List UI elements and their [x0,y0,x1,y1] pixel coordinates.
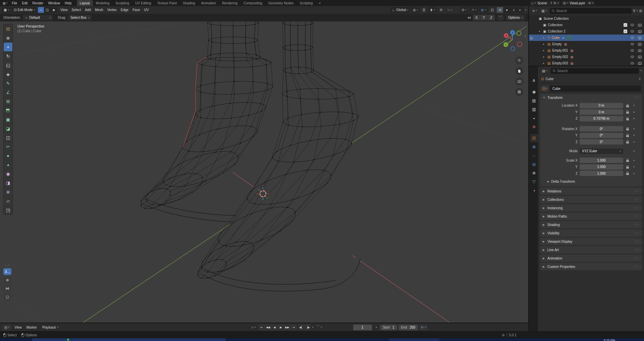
y-neg-ball[interactable] [517,31,521,36]
rotation-mode-dropdown[interactable]: XYZ Euler▾ [580,149,623,154]
transport-button[interactable]: ◀◀ [265,324,271,330]
mirror-axis-button[interactable]: Z [488,15,495,20]
mirror-axis-button[interactable]: Y [480,15,488,20]
new-scene-icon[interactable]: ⊞ [553,1,556,5]
properties-tab[interactable]: ⊕ [530,123,538,131]
toolbar-tool-button[interactable]: ▣ [4,115,12,124]
topbar-menu[interactable]: Help [62,0,74,6]
workspace-tab[interactable]: + [316,0,324,6]
disable-in-renders-toggle[interactable] [638,37,642,39]
disable-in-renders-toggle[interactable] [638,30,642,33]
x-neg-ball[interactable] [517,42,522,47]
topbar-menu[interactable]: Render [30,0,46,6]
topbar-menu[interactable]: File [9,0,19,6]
new-collection-icon[interactable]: ⊞ [639,9,642,13]
hide-in-viewport-toggle[interactable] [631,62,634,64]
animate-dot[interactable]: • [632,127,636,131]
header-menu[interactable]: Face [130,6,142,14]
transport-dropdown[interactable]: ▾ [312,326,314,329]
outliner-row[interactable]: ▸ ▤ Empty.003 ▨ [529,60,644,66]
workspace-tab[interactable]: Animation [198,0,219,6]
filter-icon[interactable]: ∇ [633,9,635,13]
value-slider[interactable]: 0° [580,126,623,131]
header-menu[interactable]: Vertex [105,6,118,14]
app-menu-button[interactable]: ◍▾ [0,0,9,6]
value-slider[interactable]: 0° [580,133,623,138]
animate-dot[interactable]: • [632,110,636,114]
outliner-row[interactable]: ◱ ▸ ▽ Cube ⊛ ▽ [529,35,644,41]
properties-tab[interactable]: ⊛ [530,143,538,151]
workspace-tab[interactable]: Texture Paint [154,0,180,6]
animate-dot[interactable]: • [632,104,636,107]
overlays-dropdown[interactable]: ◎▾ [479,7,488,13]
value-slider[interactable]: 1.000 [580,171,623,176]
outliner-row[interactable]: ▸ ▤ Empty.001 ▨ [529,47,644,54]
rendered-shading-button[interactable]: ◐ [517,7,524,13]
properties-panel-collapsed[interactable]: ▶ Viewport Display ∷∷ [540,238,642,245]
panel-drag-dots[interactable]: ∷∷ [635,257,639,260]
material-preview-button[interactable]: ◑ [510,7,517,13]
gizmos-dropdown[interactable]: ↗▾ [470,7,478,13]
expander-icon[interactable]: ▸ [543,62,546,65]
tool-options-dropdown[interactable]: Options ▾ [506,15,525,20]
properties-tab[interactable]: ▤ [530,97,538,105]
panel-drag-dots[interactable]: ∷∷ [635,215,639,218]
properties-tab[interactable]: ◑ [530,186,538,194]
sidebar-collapse-arrow[interactable]: ‹ [525,34,526,38]
outliner-display-mode-button[interactable]: ▥▾ [540,8,548,14]
frame-start-field[interactable]: Start 1 [380,325,397,330]
value-slider[interactable]: 1.000 [580,158,623,163]
properties-tab[interactable]: ⊡ [530,134,538,142]
header-menu[interactable]: View [58,6,70,14]
proportional-editing-toggle[interactable]: ⊙ [438,7,444,13]
expander-icon[interactable]: ▸ [543,49,546,52]
keying-set-button[interactable]: ↻▾ [419,325,428,330]
disable-in-renders-toggle[interactable] [638,62,642,65]
toolbar-tool-button[interactable]: ◕ [4,160,12,169]
animate-dot[interactable]: • [632,165,636,169]
delete-scene-icon[interactable]: × [557,1,559,5]
select-mode-button[interactable]: ▫ [38,7,44,13]
value-slider[interactable]: 0° [580,139,623,145]
transport-button[interactable]: ⇤ [259,324,265,330]
toolbar-tool-button[interactable]: ⊕ [4,34,12,42]
panel-drag-dots[interactable]: ∷∷ [635,96,639,99]
lock-icon[interactable] [626,141,629,144]
lock-icon[interactable] [626,128,629,130]
scene-selector[interactable]: △▾ Scene ↧ ⊞ × [530,1,560,5]
playback-sync-button[interactable]: ⌒▾ [315,325,324,330]
value-slider[interactable]: 0.73796 m [580,116,623,121]
workspace-tab[interactable]: Rendering [219,0,240,6]
workspace-tab[interactable]: UV Editing [132,0,154,6]
properties-panel-collapsed[interactable]: ▶ Line Art ∷∷ [540,246,642,253]
pin-icon[interactable]: ↧ [638,77,641,81]
toolbar-tool-button[interactable]: ⊡ [4,24,12,33]
xray-toggle[interactable]: ◰ [489,7,495,13]
toolbar-extra-button[interactable]: ◻ [3,293,11,300]
header-menu[interactable]: Marker [24,326,39,329]
properties-panel-collapsed[interactable]: ▶ Visibility ∷∷ [540,229,642,237]
viewlayer-selector[interactable]: ▥▾ ViewLayer ⊞ × [561,1,595,5]
snap-toggle[interactable]: Ω [421,7,427,13]
header-menu[interactable]: Edge [119,6,130,14]
outliner-editor-type-button[interactable]: ≡▾ [531,8,538,14]
toolbar-tool-button[interactable]: ✂ [4,142,12,151]
toolbar-tool-button[interactable]: ⊞ [4,97,12,106]
navigation-gizmo[interactable]: Z X Y [502,30,523,51]
zoom-button[interactable] [515,56,523,64]
drag-dropdown[interactable]: Select Box ▾ [68,15,92,20]
animate-dot[interactable]: • [632,172,636,175]
playback-menu[interactable]: Playback▾ [40,323,60,331]
transform-orientation-dropdown[interactable]: ∟ Global ▾ [390,7,410,13]
hide-in-viewport-toggle[interactable] [631,30,634,33]
auto-keying-toggle[interactable]: ○▾ [250,325,257,330]
properties-panel-collapsed[interactable]: ▶ Collections ∷∷ [540,196,642,203]
toolbar-extra-button[interactable]: 3... [3,268,11,275]
properties-panel-collapsed[interactable]: ▶ Shading ∷∷ [540,221,642,228]
lock-icon[interactable] [626,112,629,114]
use-preview-range-toggle[interactable]: ◔ [373,325,379,330]
lock-icon[interactable] [626,118,629,120]
topbar-menu[interactable]: Window [46,0,62,6]
toolbar-extra-button[interactable]: ⊚ [3,277,11,283]
lock-icon[interactable] [626,173,629,175]
